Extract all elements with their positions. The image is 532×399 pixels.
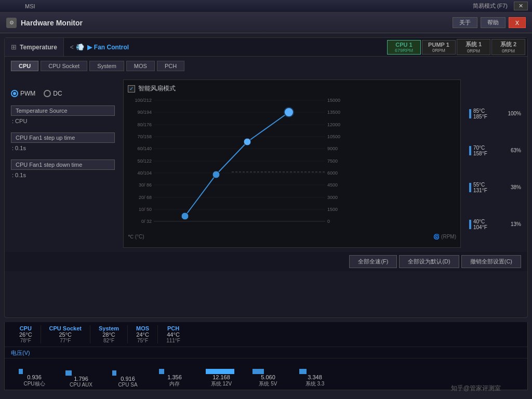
pwm-dc-radio-group: PWM DC bbox=[11, 90, 115, 97]
scale-fahrenheit-2: 158°F bbox=[473, 151, 487, 156]
scale-pct-1: 100% bbox=[508, 111, 521, 116]
v-bar-cpu-aux-container bbox=[65, 365, 97, 376]
fan-sys1-btn[interactable]: 系统 1 0RPM bbox=[457, 39, 490, 55]
svg-text:3000: 3000 bbox=[327, 195, 338, 200]
svg-text:15000: 15000 bbox=[327, 98, 340, 103]
voltage-bars: 0.936 CPU核心 1.796 CPU AUX 0.916 CPU SA bbox=[5, 358, 527, 390]
dc-radio-circle bbox=[44, 90, 51, 97]
fan-pump1-btn[interactable]: PUMP 1 0RPM bbox=[422, 40, 456, 55]
tab-bar: ⊞ Temperature < 💨 ▶ Fan Control CPU 1 67… bbox=[5, 38, 527, 57]
window-title: Hardware Monitor bbox=[21, 19, 453, 27]
curve-point-2 bbox=[212, 171, 220, 178]
svg-text:10500: 10500 bbox=[327, 134, 340, 139]
mode-label: 简易模式 (F7) bbox=[473, 2, 508, 10]
help-button[interactable]: 帮助 bbox=[481, 17, 506, 28]
scale-celsius-4: 40°C bbox=[473, 219, 487, 224]
v-name-sys5v: 系统 5V bbox=[259, 380, 277, 388]
step-up-btn[interactable]: CPU Fan1 step up time bbox=[11, 132, 115, 143]
main-window: ⚙ Hardware Monitor 关于 帮助 X ⊞ Temperature… bbox=[0, 12, 532, 399]
fan-tab-icon: 💨 bbox=[76, 43, 84, 51]
v-name-cpu-core: CPU核心 bbox=[23, 380, 45, 388]
cancel-all-btn[interactable]: 撤销全部设置(C) bbox=[461, 255, 521, 268]
voltage-cpu-aux: 1.796 CPU AUX bbox=[58, 365, 104, 388]
temp-tab-cpu-socket[interactable]: CPU Socket bbox=[41, 61, 87, 71]
v-val-sys5v: 5.060 bbox=[261, 374, 275, 380]
svg-text:20/ 68: 20/ 68 bbox=[139, 195, 152, 200]
step-down-value: : 0.1s bbox=[11, 172, 115, 178]
voltage-sys33: 3.348 系统 3.3 bbox=[291, 364, 338, 388]
monitor-cpu-celsius: 26°C bbox=[19, 331, 32, 338]
monitor-system-name: System bbox=[99, 325, 119, 331]
v-bar-sys12v-container bbox=[206, 364, 237, 374]
monitor-cpu: CPU 26°C 78°F bbox=[11, 325, 41, 343]
top-bar-title: MSI bbox=[25, 3, 35, 9]
temp-tab-system[interactable]: System bbox=[89, 61, 124, 71]
temperature-tab-label: Temperature bbox=[20, 44, 57, 51]
v-name-sys33: 系统 3.3 bbox=[305, 380, 325, 388]
scale-fahrenheit-3: 131°F bbox=[473, 188, 487, 193]
v-val-cpu-sa: 0.916 bbox=[121, 376, 135, 382]
scale-bar-3 bbox=[469, 183, 471, 192]
svg-text:4500: 4500 bbox=[327, 182, 338, 188]
v-bar-cpu-sa-container bbox=[112, 365, 143, 376]
tab-temperature[interactable]: ⊞ Temperature bbox=[5, 38, 64, 56]
scale-bar-2 bbox=[469, 146, 471, 155]
window-controls: 关于 帮助 X bbox=[453, 17, 526, 28]
svg-text:1500: 1500 bbox=[327, 207, 338, 212]
smart-mode-checkbox[interactable]: ✓ bbox=[128, 85, 135, 92]
monitor-mos-fahrenheit: 75°F bbox=[137, 338, 148, 343]
v-bar-cpu-aux bbox=[65, 370, 72, 376]
scale-temps-1: 85°C 185°F bbox=[473, 108, 487, 119]
svg-text:10/ 50: 10/ 50 bbox=[139, 207, 152, 212]
left-controls: PWM DC Temperature Source : CPU CPU Fan1… bbox=[11, 79, 115, 248]
svg-text:50/122: 50/122 bbox=[137, 158, 152, 164]
temp-tab-pch[interactable]: PCH bbox=[157, 61, 184, 71]
fan-cpu1-btn[interactable]: CPU 1 679RPM bbox=[387, 40, 421, 55]
monitor-pch-fahrenheit: 111°F bbox=[166, 338, 180, 343]
fan-pump1-rpm: 0RPM bbox=[427, 48, 451, 53]
temp-tab-mos[interactable]: MOS bbox=[126, 61, 155, 71]
fan-sys2-rpm: 0RPM bbox=[496, 48, 521, 54]
step-down-btn[interactable]: CPU Fan1 step down time bbox=[11, 159, 115, 170]
v-val-sys12v: 12.168 bbox=[212, 374, 230, 380]
voltage-sys5v: 5.060 系统 5V bbox=[245, 364, 291, 388]
monitor-cpu-socket-fahrenheit: 77°F bbox=[60, 338, 71, 343]
voltage-cpu-core: 0.936 CPU核心 bbox=[11, 364, 58, 388]
scale-item-4: 40°C 104°F 13% bbox=[469, 219, 521, 230]
svg-text:12000: 12000 bbox=[327, 122, 340, 127]
chart-area: ✓ 智能风扇模式 bbox=[123, 79, 461, 248]
pwm-radio[interactable]: PWM bbox=[11, 90, 35, 97]
full-speed-btn[interactable]: 全部全速(F) bbox=[349, 255, 397, 268]
content-area: ⊞ Temperature < 💨 ▶ Fan Control CPU 1 67… bbox=[4, 37, 528, 318]
set-default-btn[interactable]: 全部设为默认(D) bbox=[399, 255, 459, 268]
top-bar-close[interactable]: ✕ bbox=[514, 2, 528, 10]
v-bar-memory-container bbox=[159, 364, 190, 374]
close-button[interactable]: X bbox=[509, 17, 526, 28]
svg-text:40/104: 40/104 bbox=[137, 170, 152, 176]
curve-point-4 bbox=[284, 108, 294, 117]
smart-mode-title: 智能风扇模式 bbox=[138, 84, 176, 93]
svg-text:30/ 86: 30/ 86 bbox=[139, 182, 152, 188]
watermark: 知乎@管家评测室 bbox=[451, 384, 501, 393]
scale-pct-2: 63% bbox=[511, 148, 521, 153]
v-name-cpu-sa: CPU SA bbox=[118, 382, 137, 388]
temp-source-btn[interactable]: Temperature Source bbox=[11, 105, 115, 116]
voltage-memory: 1.356 内存 bbox=[151, 364, 198, 388]
fan-curve-chart[interactable]: 100/212 90/194 80/176 70/158 60/140 50/1… bbox=[128, 95, 367, 230]
v-bar-sys5v bbox=[252, 369, 264, 374]
about-button[interactable]: 关于 bbox=[453, 17, 477, 28]
temp-tab-cpu[interactable]: CPU bbox=[11, 61, 38, 71]
v-bar-sys12v bbox=[206, 369, 234, 374]
v-val-cpu-aux: 1.796 bbox=[74, 376, 88, 382]
app-icon: ⚙ bbox=[6, 18, 17, 28]
pwm-label: PWM bbox=[20, 90, 35, 97]
right-scale: 85°C 185°F 100% 70°C 158°F 63% bbox=[469, 79, 521, 248]
tab-fan-control[interactable]: < 💨 ▶ Fan Control bbox=[64, 38, 385, 56]
dc-radio[interactable]: DC bbox=[44, 90, 62, 97]
monitor-pch-name: PCH bbox=[167, 325, 179, 331]
main-panel: PWM DC Temperature Source : CPU CPU Fan1… bbox=[5, 75, 527, 252]
v-bar-sys33-container bbox=[299, 364, 330, 374]
fan-sys2-btn[interactable]: 系统 2 0RPM bbox=[491, 39, 525, 55]
v-val-memory: 1.356 bbox=[167, 374, 182, 380]
scale-pct-3: 38% bbox=[511, 184, 521, 190]
